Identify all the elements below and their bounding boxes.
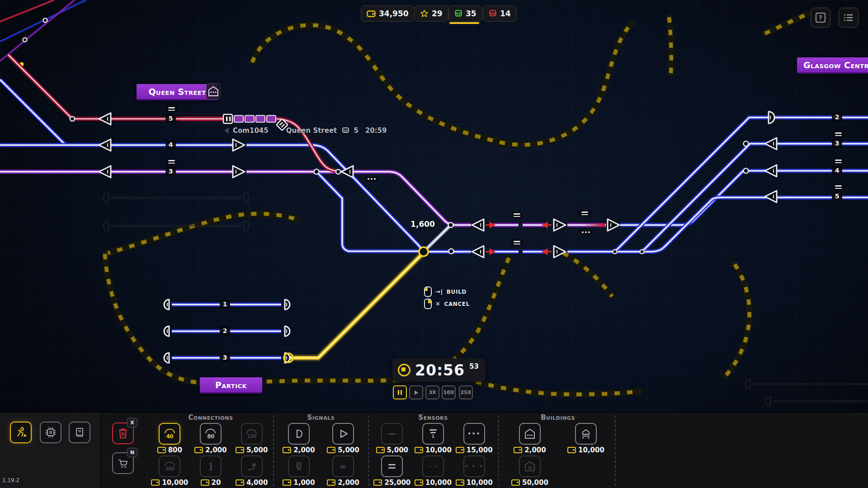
menu-button[interactable] — [839, 8, 859, 28]
wait-sensor-badge[interactable] — [365, 176, 378, 182]
wallet-icon — [373, 479, 382, 486]
price-label: 15,000 — [467, 446, 493, 454]
toolbar-item-double-sensor[interactable]: 25,000 — [373, 455, 411, 487]
track-network[interactable] — [0, 55, 868, 358]
corner-tracks[interactable] — [0, 0, 86, 66]
selected-route[interactable] — [289, 253, 423, 358]
sensor-badge[interactable] — [579, 210, 590, 216]
dispatch-map[interactable]: Queen Street Partick Glasgow Central 5 4… — [0, 0, 868, 412]
cancel-x-icon: ✕ — [435, 300, 441, 307]
speed-25x-button[interactable]: 25X — [459, 385, 473, 399]
toolbar-item-track-80[interactable]: 80 2,000 — [192, 423, 230, 454]
pause-icon — [398, 390, 402, 395]
wallet-icon — [236, 447, 244, 453]
sensor-badge[interactable] — [166, 106, 177, 112]
speed-80-icon: 80 — [205, 429, 216, 439]
platform-number: 5 — [165, 114, 176, 123]
wallet-icon — [567, 447, 576, 453]
wallet-icon — [415, 479, 423, 486]
toolbar-item-track-40[interactable]: 40 800 — [151, 423, 189, 454]
wallet-icon — [456, 447, 464, 453]
price-label: 2,000 — [524, 446, 546, 454]
trash-icon — [118, 427, 128, 439]
price-label: 1,000 — [293, 479, 315, 487]
clock-time: 20:56 — [415, 363, 465, 378]
speed-pause-button[interactable] — [393, 385, 407, 399]
build-toolbar: X N Connections 40 800 80 2,000 120 — [0, 412, 868, 488]
toolbar-item-speed-sensor[interactable]: ‐ ‐ 10,000 — [414, 455, 452, 487]
depot-icon — [524, 460, 536, 472]
toolbar-item-basic-sensor[interactable]: 5,000 — [373, 423, 411, 454]
toolbar-item-crossover[interactable]: 4,000 — [233, 455, 271, 487]
wallet-icon — [194, 447, 203, 453]
toolbar-item-dwarf-signal[interactable]: 1,000 — [280, 455, 318, 487]
toolbar-item-spaced-dots-sensor[interactable]: • • • 10,000 — [455, 455, 493, 487]
price-label: 10,000 — [467, 479, 493, 487]
toolbar-item-station[interactable]: 2,000 — [511, 423, 549, 454]
platform-number: 3 — [220, 353, 230, 362]
sensor-badge[interactable] — [833, 158, 844, 164]
platform-number: 4 — [165, 140, 176, 149]
direction-arrows — [486, 223, 552, 254]
train-platform-icon — [342, 127, 349, 134]
build-hint-label: Build — [447, 289, 467, 295]
train-time: 20:59 — [365, 127, 387, 135]
toolbar-item-track-200[interactable]: 200 10,000 — [151, 455, 189, 487]
crossover-icon — [246, 461, 257, 472]
double-line-sensor-icon — [388, 464, 396, 469]
build-mode-button[interactable] — [10, 422, 32, 443]
sensor-badge[interactable] — [833, 131, 844, 137]
train-direction-icon — [224, 127, 229, 134]
build-arrow-icon: →| — [435, 288, 443, 295]
price-label: 10,000 — [425, 479, 452, 487]
sensor-badge[interactable] — [166, 159, 177, 165]
speed-play-button[interactable] — [409, 385, 423, 399]
toolbar-item-track-120[interactable]: 120 5,000 — [233, 423, 271, 454]
station-banner-partick: Partick — [200, 377, 262, 394]
toolbar-item-bumper[interactable]: ] 20 — [192, 455, 230, 487]
toolbar-item-wait-sensor[interactable]: ••• 15,000 — [455, 423, 493, 454]
station-icon-queen-street[interactable] — [206, 83, 221, 99]
toolbar-item-platform-sensor[interactable]: 1 10,000 — [414, 423, 452, 454]
price-label: 10,000 — [425, 446, 452, 454]
wallet-icon — [327, 447, 335, 453]
wait-sensor-badge[interactable] — [580, 230, 592, 235]
toolbar-item-path-signal[interactable]: 2,000 — [280, 423, 318, 454]
sensor-badge[interactable] — [511, 212, 523, 218]
price-label: 10,000 — [162, 479, 188, 487]
price-label: 2,000 — [338, 479, 359, 487]
mouse-left-icon — [424, 286, 432, 297]
selected-node — [419, 247, 428, 256]
price-label: 10,000 — [578, 446, 604, 454]
auto-signal-icon — [338, 428, 349, 439]
train-label[interactable]: Com1045 Queen Street 5 20:59 — [224, 127, 387, 135]
manual-tool-button[interactable] — [69, 422, 90, 443]
sensor-badge[interactable] — [833, 184, 844, 190]
speed-3x-button[interactable]: 3X — [425, 385, 439, 399]
wallet-icon — [456, 479, 464, 486]
help-button[interactable]: ? — [811, 8, 830, 28]
train-waiting-icon — [489, 9, 497, 18]
speed-10x-button[interactable]: 10X — [442, 385, 456, 399]
train-running-icon — [454, 9, 462, 18]
toolbar-item-platform-extension[interactable]: 10,000 — [567, 423, 605, 454]
clock-seconds: 53 — [469, 362, 479, 371]
wallet-icon — [236, 479, 244, 486]
wallet-icon — [367, 10, 376, 17]
platform-number: 5 — [832, 192, 842, 201]
platform-sensor-icon: 1 — [429, 429, 437, 439]
cart-icon — [117, 458, 129, 469]
delete-hotkey-badge: X — [127, 418, 137, 427]
cancel-hint: ✕ Cancel — [424, 299, 470, 309]
price-label: 5,000 — [387, 446, 408, 454]
toolbar-section-signals: Signals 2,000 5,000 — [277, 413, 365, 488]
sensor-badge[interactable] — [511, 239, 523, 246]
trains-running-counter: 35 — [448, 5, 482, 22]
toolbar-item-depot[interactable]: 50,000 — [511, 455, 549, 487]
toolbar-item-auto-signal[interactable]: 5,000 — [324, 423, 362, 454]
chip-icon — [45, 427, 57, 438]
train-id: Com1045 — [233, 127, 269, 135]
price-label: 20 — [212, 479, 221, 487]
toolbar-item-auto-block[interactable]: ∞ 2,000 — [324, 455, 362, 487]
circuits-tool-button[interactable] — [40, 422, 61, 443]
